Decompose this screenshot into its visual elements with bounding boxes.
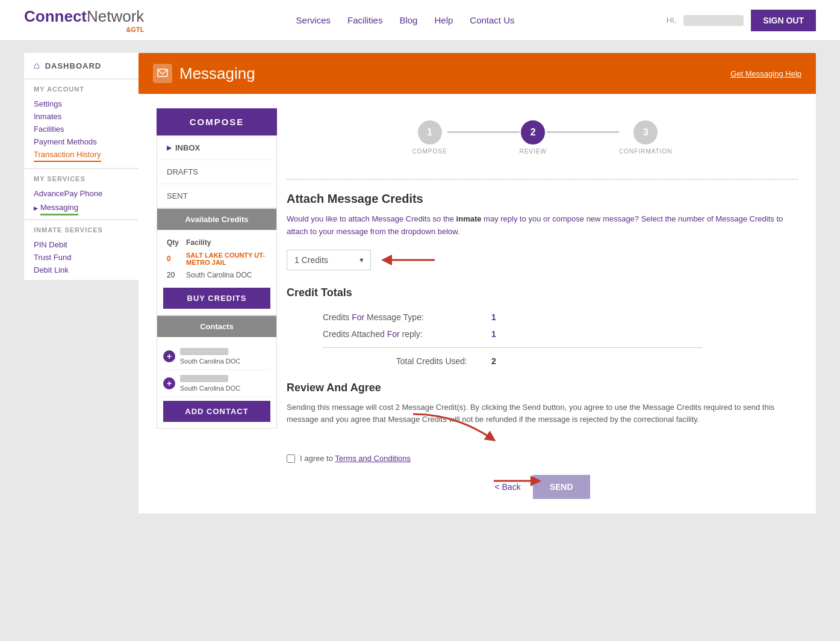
review-description: Sending this message will cost 2 Message… — [287, 401, 798, 427]
agree-prefix: I agree to — [300, 454, 335, 463]
sent-item[interactable]: SENT — [157, 184, 276, 208]
sidebar-facilities[interactable]: Facilities — [34, 123, 129, 135]
credits-dropdown-row: 1 Credits 2 Credits 3 Credits 4 Credits … — [287, 248, 798, 272]
step-label-1: COMPOSE — [412, 148, 447, 155]
credit-totals-title: Credit Totals — [287, 286, 798, 299]
sent-label: SENT — [167, 191, 188, 200]
drafts-item[interactable]: DRAFTS — [157, 160, 276, 184]
sidebar-trust-fund[interactable]: Trust Fund — [34, 251, 129, 264]
credits-body: Qty Facility 0 SALT LAKE COUNTY UT-METRO… — [157, 230, 276, 315]
sidebar-transaction-history[interactable]: Transaction History — [34, 148, 101, 162]
sidebar-debit-link[interactable]: Debit Link — [34, 264, 129, 276]
for-text-2: For — [387, 329, 400, 339]
contact-facility-1: South Carolina DOC — [180, 358, 270, 365]
my-account-title: MY ACCOUNT — [34, 85, 129, 93]
page-body: ⌂ DASHBOARD MY ACCOUNT Settings Inmates … — [0, 41, 840, 634]
contact-name-blur-2 — [180, 375, 228, 382]
step-line-2-3 — [547, 131, 619, 133]
steps-container: 1 COMPOSE 2 REVIEW 3 CONFIRMATION — [287, 108, 798, 173]
sidebar-pin-debit[interactable]: PIN Debit — [34, 238, 129, 251]
nav-facilities[interactable]: Facilities — [347, 15, 382, 25]
sidebar-messaging[interactable]: Messaging — [40, 201, 78, 215]
main-nav: Services Facilities Blog Help Contact Us — [296, 15, 515, 25]
dropdown-arrow-indicator — [381, 248, 441, 272]
credit-label-reply: Credits Attached For reply: — [323, 329, 467, 339]
step-label-2: REVIEW — [520, 148, 547, 155]
inbox-item[interactable]: ▶ INBOX — [157, 136, 276, 160]
dashboard-link[interactable]: ⌂ DASHBOARD — [24, 53, 138, 78]
messaging-title-row: Messaging — [153, 64, 255, 83]
contacts-body: + South Carolina DOC + South — [157, 337, 276, 428]
compose-button[interactable]: COMPOSE — [157, 108, 277, 135]
dashboard-label: DASHBOARD — [45, 61, 102, 70]
credit-total-value: 2 — [491, 356, 496, 366]
credit-row-2: 20 South Carolina DOC — [163, 268, 270, 282]
sidebar-settings[interactable]: Settings — [34, 98, 129, 110]
content-area: COMPOSE ▶ INBOX DRAFTS SENT — [138, 94, 816, 513]
credit-row-1: 0 SALT LAKE COUNTY UT-METRO JAIL — [163, 249, 270, 268]
step-line-1-2 — [447, 131, 520, 133]
action-row: < Back — [287, 475, 798, 499]
credit-facility-2: South Carolina DOC — [182, 268, 270, 282]
contact-add-icon-1[interactable]: + — [163, 350, 175, 362]
credit-value-msg-type: 1 — [491, 312, 496, 322]
terms-conditions-link[interactable]: Terms and Conditions — [335, 454, 411, 463]
credit-row-msg-type: Credits For Message Type: 1 — [323, 309, 798, 326]
right-panel: 1 COMPOSE 2 REVIEW 3 CONFIRMATION — [287, 108, 798, 499]
buy-credits-button[interactable]: BUY CREDITS — [163, 288, 270, 309]
messaging-help-link[interactable]: Get Messaging Help — [730, 69, 801, 78]
attach-credits-desc: Would you like to attach Message Credits… — [287, 213, 798, 238]
contacts-header: Contacts — [157, 316, 276, 337]
logo: ConnectNetwork &GTL — [24, 7, 144, 33]
add-contact-button[interactable]: ADD CONTACT — [163, 401, 270, 422]
facility-col-header: Facility — [182, 236, 270, 249]
my-services-title: MY SERVICES — [34, 175, 129, 182]
credit-row-reply: Credits Attached For reply: 1 — [323, 326, 798, 342]
credits-table: Qty Facility 0 SALT LAKE COUNTY UT-METRO… — [163, 236, 270, 282]
sidebar-advancepay[interactable]: AdvancePay Phone — [34, 187, 129, 200]
messaging-title-text: Messaging — [179, 64, 255, 83]
for-text-1: For — [352, 312, 364, 322]
available-credits-panel: Available Credits Qty Facility — [157, 208, 277, 315]
agree-checkbox[interactable] — [287, 454, 295, 463]
agree-text: I agree to Terms and Conditions — [300, 454, 411, 463]
contact-facility-2: South Carolina DOC — [180, 385, 270, 392]
panel-menu: ▶ INBOX DRAFTS SENT — [157, 135, 277, 208]
sign-out-button[interactable]: SIGN OUT — [751, 10, 816, 31]
nav-contact-us[interactable]: Contact Us — [470, 15, 514, 25]
inbox-arrow-icon: ▶ — [167, 144, 172, 151]
review-title: Review And Agree — [287, 382, 798, 394]
credit-subtotal-divider — [323, 347, 703, 348]
user-name-blur — [683, 15, 744, 26]
logo-light: Network — [87, 7, 144, 25]
step-1: 1 COMPOSE — [412, 120, 447, 155]
hi-label: HI, — [667, 16, 677, 25]
header-right: HI, SIGN OUT — [667, 10, 816, 31]
inbox-label: INBOX — [175, 143, 200, 152]
section-divider — [287, 179, 798, 180]
credit-qty-1: 0 — [163, 249, 182, 268]
contact-item-1: + South Carolina DOC — [163, 343, 270, 370]
nav-help[interactable]: Help — [434, 15, 453, 25]
sidebar-payment-methods[interactable]: Payment Methods — [34, 135, 129, 148]
credit-facility-1: SALT LAKE COUNTY UT-METRO JAIL — [182, 249, 270, 268]
contact-info-1: South Carolina DOC — [180, 348, 270, 365]
desc-text-1: Would you like to attach Message Credits… — [287, 214, 454, 223]
review-agree-section: Review And Agree Sending this message wi… — [287, 382, 798, 500]
attach-credits-section: Attach Message Credits Would you like to… — [287, 192, 798, 272]
sidebar-inmates[interactable]: Inmates — [34, 110, 129, 123]
drafts-label: DRAFTS — [167, 167, 198, 176]
credits-select[interactable]: 1 Credits 2 Credits 3 Credits 4 Credits … — [287, 250, 371, 270]
credit-totals-rows: Credits For Message Type: 1 Credits Atta… — [323, 309, 798, 370]
nav-services[interactable]: Services — [296, 15, 331, 25]
attach-credits-title: Attach Message Credits — [287, 192, 798, 206]
header: ConnectNetwork &GTL Services Facilities … — [0, 0, 840, 41]
contact-item-2: + South Carolina DOC — [163, 370, 270, 397]
logo-bold: Connect — [24, 7, 87, 25]
red-arrow-send — [488, 469, 548, 493]
contact-add-icon-2[interactable]: + — [163, 377, 175, 389]
credit-total-label: Total Credits Used: — [323, 356, 467, 366]
credits-select-wrapper: 1 Credits 2 Credits 3 Credits 4 Credits … — [287, 250, 371, 270]
left-panel: COMPOSE ▶ INBOX DRAFTS SENT — [157, 108, 277, 499]
nav-blog[interactable]: Blog — [399, 15, 417, 25]
